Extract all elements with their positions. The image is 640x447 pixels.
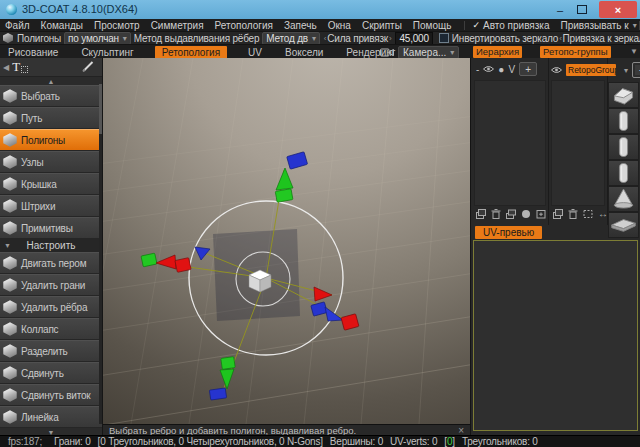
tool-cube-icon xyxy=(3,133,17,147)
tool-cube-icon xyxy=(3,300,17,314)
tab-uv-preview[interactable]: UV-превью xyxy=(475,226,542,239)
preset-dropdown[interactable]: по умолчан ▾ xyxy=(64,32,131,45)
tool-move-brush[interactable]: Двигать пером xyxy=(0,252,102,274)
menu-bake[interactable]: Запечь xyxy=(284,20,317,31)
minimize-button[interactable]: – xyxy=(549,2,571,17)
primitive-thumb-block[interactable] xyxy=(608,82,639,108)
menu-windows[interactable]: Окна xyxy=(328,20,351,31)
hint-close-icon[interactable]: × xyxy=(458,425,464,436)
invert-mirror-checkbox[interactable] xyxy=(439,33,449,43)
panel-menu-arrow-icon[interactable]: ▼ xyxy=(630,47,638,56)
select-region-icon[interactable] xyxy=(582,208,594,220)
mirror-snap-label: Привязка к зеркал xyxy=(563,33,640,44)
text-tool-icon[interactable]: T xyxy=(12,59,20,75)
gizmo-axis-down[interactable] xyxy=(209,357,235,400)
tool-collapse[interactable]: Коллапс xyxy=(0,318,102,340)
auto-snap-toggle[interactable]: Авто привязка xyxy=(483,20,550,31)
sphere-icon[interactable] xyxy=(520,208,532,220)
sidebar-mini-toolbar: ◀ T xyxy=(0,58,102,77)
add-layer-icon[interactable] xyxy=(552,208,564,220)
uv-preview-panel[interactable] xyxy=(473,240,638,431)
menu-view[interactable]: Просмотр xyxy=(94,20,140,31)
tool-polygons[interactable]: Полигоны xyxy=(0,129,102,151)
vertices-count: Вершины: 0 xyxy=(330,436,383,447)
gizmo-axis-right[interactable] xyxy=(311,287,359,330)
tab-uv[interactable]: UV xyxy=(246,46,264,59)
primitive-thumb-cone[interactable] xyxy=(608,186,639,212)
tool-points[interactable]: Узлы xyxy=(0,151,102,173)
menu-file[interactable]: Файл xyxy=(5,20,30,31)
menu-help[interactable]: Помощь xyxy=(413,20,452,31)
tool-primitives[interactable]: Примитивы xyxy=(0,217,102,239)
primitive-thumb-capsule[interactable] xyxy=(608,134,639,160)
tool-cube-icon xyxy=(3,388,17,402)
gizmo-center-handle[interactable] xyxy=(249,270,271,292)
tool-delete-edges[interactable]: Удалить рёбра xyxy=(0,296,102,318)
menu-commands[interactable]: Команды xyxy=(41,20,83,31)
hierarchy-list[interactable] xyxy=(474,80,546,206)
collapse-panel-icon[interactable]: ◀ xyxy=(3,63,9,72)
tab-hierarchy[interactable]: Иерархия xyxy=(473,46,522,58)
tool-cube-icon xyxy=(3,199,17,213)
hierarchy-collapse-button[interactable]: - xyxy=(476,64,479,75)
camera-dropdown[interactable]: Камера... ▾ xyxy=(398,46,459,59)
tool-shift-loop[interactable]: Сдвинуть виток xyxy=(0,384,102,406)
tool-strokes[interactable]: Штрихи xyxy=(0,195,102,217)
hierarchy-add-button[interactable]: + xyxy=(519,62,537,76)
copy-layers-icon[interactable] xyxy=(505,208,517,220)
duplicate-icon[interactable] xyxy=(535,208,547,220)
add-layer-icon[interactable] xyxy=(475,208,487,220)
tool-cap[interactable]: Крышка xyxy=(0,173,102,195)
viewport-3d[interactable] xyxy=(103,58,470,424)
tab-retopo-groups[interactable]: Ретопо-группы xyxy=(540,46,611,58)
truncation-left-icon: ‹ xyxy=(324,34,326,43)
tab-voxels[interactable]: Воксели xyxy=(283,46,325,59)
tool-delete-faces[interactable]: Удалить грани xyxy=(0,274,102,296)
truncation-left-icon: ‹ xyxy=(559,34,561,43)
tab-sculpt[interactable]: Скульптинг xyxy=(79,46,135,59)
menu-scripts[interactable]: Скрипты xyxy=(362,20,402,31)
snap-to-dropdown-arrow-icon[interactable]: ▾ xyxy=(633,21,637,30)
edge-extrude-method-dropdown[interactable]: Метод дв ▾ xyxy=(262,32,319,45)
faces-count: Грани: 0 xyxy=(54,436,91,447)
primitive-thumb-capsule[interactable] xyxy=(608,108,639,134)
visibility-eye-icon[interactable] xyxy=(551,66,562,74)
tools-scroll-up[interactable]: ▲ xyxy=(0,77,102,85)
retopo-group-dropdown-arrow-icon[interactable]: ▾ xyxy=(624,66,628,75)
maximize-icon xyxy=(577,5,587,14)
sidebar-scrollbar-handle[interactable] xyxy=(99,84,102,134)
brush-icon[interactable] xyxy=(82,58,94,76)
invert-mirror-label[interactable]: Инвертировать зеркало xyxy=(452,33,558,44)
close-button[interactable]: × xyxy=(599,1,637,18)
hierarchy-v-toggle[interactable]: V xyxy=(508,64,515,75)
trash-icon[interactable] xyxy=(567,208,579,220)
tool-select[interactable]: Выбрать xyxy=(0,85,102,107)
sidebar-scrollbar[interactable] xyxy=(99,84,102,424)
menu-retopology[interactable]: Ретопология xyxy=(215,20,273,31)
tool-cube-icon xyxy=(3,111,17,125)
tool-path[interactable]: Путь xyxy=(0,107,102,129)
hierarchy-icon-row xyxy=(475,208,547,220)
current-tool-icon xyxy=(3,33,13,43)
transform-gizmo[interactable] xyxy=(141,152,359,400)
tab-retopo[interactable]: Ретопология xyxy=(155,46,227,59)
visibility-eye-icon[interactable] xyxy=(483,65,494,73)
section-tweak[interactable]: ▼ Настроить xyxy=(0,239,102,252)
tool-shift[interactable]: Сдвинуть xyxy=(0,362,102,384)
snap-power-input[interactable]: 45,000 xyxy=(395,32,432,45)
retopo-group-item[interactable]: RetopoGroup xyxy=(566,64,616,76)
maximize-button[interactable] xyxy=(571,2,593,17)
auto-snap-check-icon[interactable]: ✓ xyxy=(472,20,480,30)
add-group-button[interactable]: + xyxy=(632,62,640,78)
primitive-thumb-capsule[interactable] xyxy=(608,160,639,186)
shade-sphere-icon[interactable]: ● xyxy=(498,64,504,75)
trash-icon[interactable] xyxy=(490,208,502,220)
tab-paint[interactable]: Рисование xyxy=(6,46,60,59)
primitive-thumb-plane[interactable] xyxy=(608,212,639,238)
snap-to-dropdown[interactable]: Привязывать к xyxy=(561,20,629,31)
menu-symmetry[interactable]: Симметрия xyxy=(151,20,204,31)
tool-split[interactable]: Разделить xyxy=(0,340,102,362)
tool-ruler[interactable]: Линейка xyxy=(0,406,102,428)
retopo-groups-list[interactable] xyxy=(551,80,605,206)
right-panel: - ● V + RetopoGroup ▾ + xyxy=(470,58,640,435)
